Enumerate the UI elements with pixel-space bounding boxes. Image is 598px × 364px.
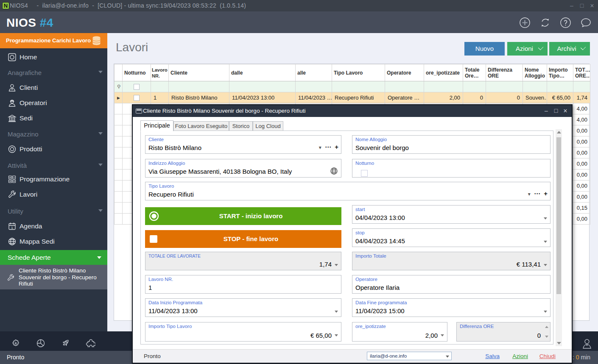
svg-text:1: 1 [11,226,13,230]
